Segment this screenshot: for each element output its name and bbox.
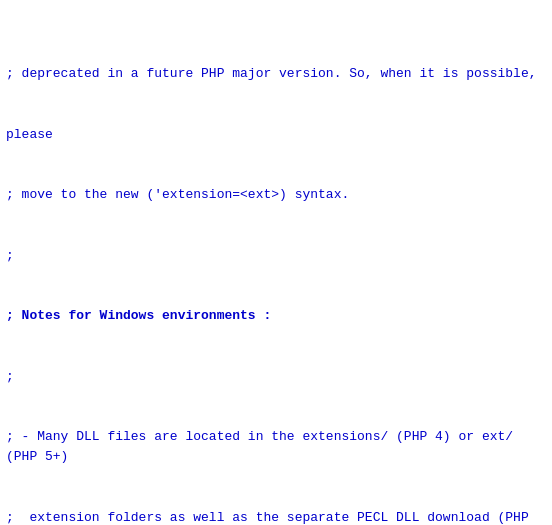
line-4: ; (6, 246, 546, 266)
line-6: ; (6, 367, 546, 387)
code-block: ; deprecated in a future PHP major versi… (0, 0, 552, 525)
line-8: ; extension folders as well as the separ… (6, 508, 546, 525)
line-2: please (6, 125, 546, 145)
line-7: ; - Many DLL files are located in the ex… (6, 427, 546, 467)
line-3: ; move to the new ('extension=<ext>) syn… (6, 185, 546, 205)
line-5: ; Notes for Windows environments : (6, 306, 546, 326)
line-1: ; deprecated in a future PHP major versi… (6, 64, 546, 84)
